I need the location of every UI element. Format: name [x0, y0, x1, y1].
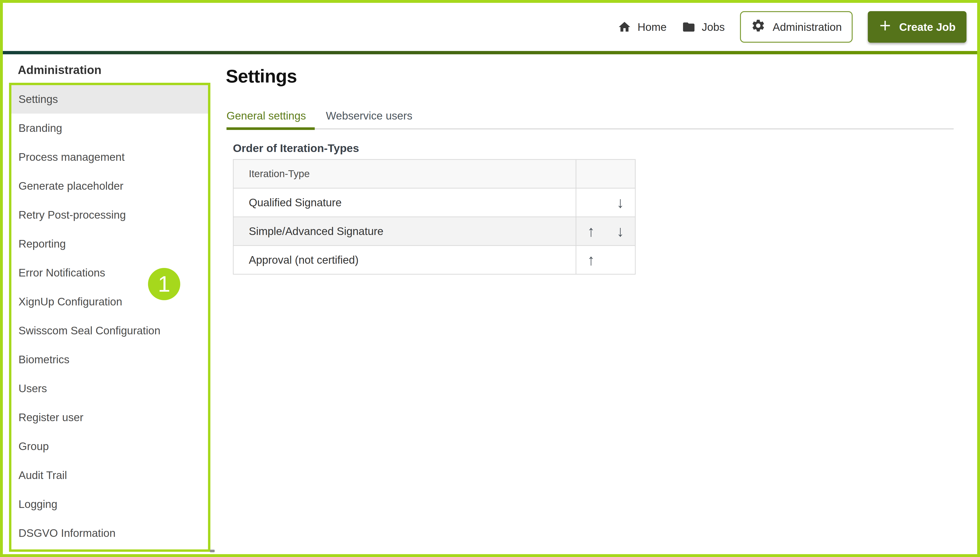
- move-up-icon[interactable]: ↑: [576, 246, 606, 274]
- create-job-label: Create Job: [899, 21, 956, 33]
- sidebar-item-dsgvo-information[interactable]: DSGVO Information: [9, 519, 210, 547]
- nav-jobs-label: Jobs: [702, 21, 725, 33]
- home-icon: [618, 20, 632, 34]
- nav-item-home[interactable]: Home: [618, 20, 667, 34]
- move-down-icon[interactable]: ↓: [606, 189, 635, 217]
- sidebar-item-users[interactable]: Users: [9, 374, 210, 403]
- sidebar-item-audit-trail[interactable]: Audit Trail: [9, 461, 210, 490]
- app-window: Home Jobs Administration: [0, 0, 980, 557]
- top-navigation-bar: Home Jobs Administration: [3, 3, 977, 51]
- table-row-qualified-signature: Qualified Signature ↓: [234, 189, 635, 217]
- section-heading: Order of Iteration-Types: [233, 142, 359, 155]
- sidebar-item-group[interactable]: Group: [9, 432, 210, 461]
- nav-administration-label: Administration: [773, 21, 842, 33]
- annotation-resize-handle: [210, 550, 215, 552]
- sidebar-heading: Administration: [18, 63, 101, 77]
- row-label: Approval (not certified): [234, 246, 576, 274]
- move-up-icon[interactable]: ↑: [576, 217, 606, 245]
- admin-sidebar-menu: Settings Branding Process management Gen…: [9, 85, 210, 547]
- gear-icon: [751, 18, 765, 36]
- main-content: Settings General settings Webservice use…: [226, 54, 977, 554]
- sidebar-item-branding[interactable]: Branding: [9, 114, 210, 143]
- sidebar-item-settings[interactable]: Settings: [9, 85, 210, 114]
- folder-icon: [682, 20, 696, 34]
- row-label: Simple/Advanced Signature: [234, 217, 576, 245]
- sidebar-item-logging[interactable]: Logging: [9, 490, 210, 519]
- create-job-button[interactable]: Create Job: [868, 11, 967, 43]
- header-divider-bar: [3, 51, 977, 54]
- tab-webservice-users[interactable]: Webservice users: [326, 109, 412, 122]
- sidebar-item-retry-post-processing[interactable]: Retry Post-processing: [9, 200, 210, 229]
- row-actions: ↑: [576, 246, 635, 274]
- sidebar-item-biometrics[interactable]: Biometrics: [9, 345, 210, 374]
- column-header-actions: [576, 160, 635, 188]
- row-actions: ↓: [576, 189, 635, 217]
- table-header-row: Iteration-Type: [234, 160, 635, 189]
- nav-item-administration-active[interactable]: Administration: [740, 11, 853, 43]
- nav-item-jobs[interactable]: Jobs: [682, 20, 725, 34]
- sidebar-item-register-user[interactable]: Register user: [9, 403, 210, 432]
- sidebar-item-swisscom-seal-configuration[interactable]: Swisscom Seal Configuration: [9, 316, 210, 345]
- move-down-icon[interactable]: ↓: [606, 217, 635, 245]
- plus-icon: [879, 19, 892, 34]
- arrow-slot-empty: [606, 246, 635, 274]
- tab-underline-track: [226, 128, 954, 129]
- column-header-iteration-type: Iteration-Type: [234, 160, 576, 188]
- annotation-step-badge: 1: [148, 268, 180, 300]
- tab-underline-active-indicator: [226, 127, 315, 130]
- sidebar-item-process-management[interactable]: Process management: [9, 143, 210, 171]
- step-badge-number: 1: [158, 271, 170, 297]
- iteration-types-table: Iteration-Type Qualified Signature ↓ Sim…: [233, 159, 636, 275]
- page-title: Settings: [226, 65, 297, 87]
- row-label: Qualified Signature: [234, 189, 576, 217]
- nav-home-label: Home: [638, 21, 667, 33]
- row-actions: ↑ ↓: [576, 217, 635, 245]
- sidebar-item-reporting[interactable]: Reporting: [9, 229, 210, 258]
- sidebar-item-xignup-configuration[interactable]: XignUp Configuration: [9, 287, 210, 316]
- table-row-approval-not-certified: Approval (not certified) ↑: [234, 246, 635, 274]
- arrow-slot-empty: [576, 189, 606, 217]
- settings-tabs: General settings Webservice users: [226, 109, 412, 122]
- tab-general-settings[interactable]: General settings: [226, 109, 306, 122]
- table-row-simple-advanced-signature: Simple/Advanced Signature ↑ ↓: [234, 217, 635, 246]
- sidebar-item-generate-placeholder[interactable]: Generate placeholder: [9, 171, 210, 200]
